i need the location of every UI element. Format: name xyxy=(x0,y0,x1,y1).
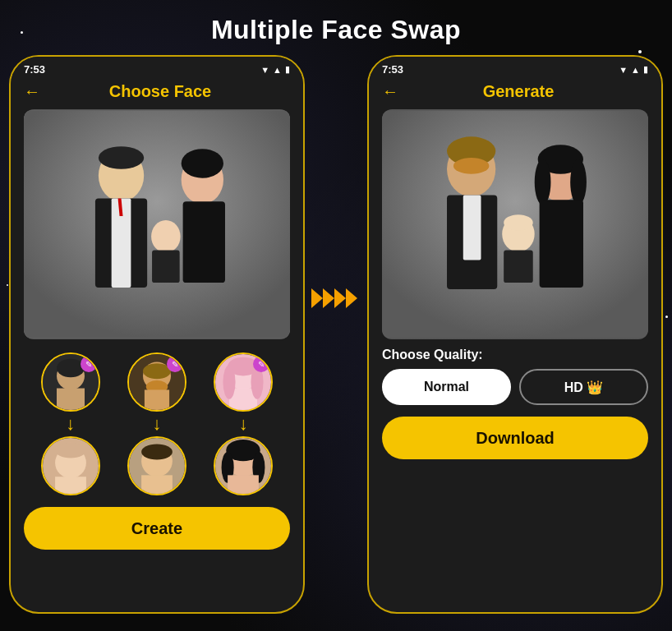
right-back-button[interactable]: ← xyxy=(382,82,398,101)
arrow-down-3: ↓ xyxy=(239,415,248,433)
right-wifi-icon: ▲ xyxy=(631,65,640,75)
svg-rect-28 xyxy=(141,475,173,494)
svg-point-18 xyxy=(55,443,86,458)
source-face-2[interactable]: ✎ xyxy=(127,352,186,412)
svg-point-10 xyxy=(99,146,144,169)
create-button[interactable]: Create xyxy=(24,507,290,550)
quality-normal-button[interactable]: Normal xyxy=(382,369,511,405)
right-status-bar: 7:53 ▼ ▲ ▮ xyxy=(369,57,661,79)
quality-section: Choose Quality: Normal HD 👑 xyxy=(369,339,661,410)
left-status-bar: 7:53 ▼ ▲ ▮ xyxy=(11,57,303,79)
edit-badge-1: ✎ xyxy=(81,356,97,372)
left-phone-header: ← Choose Face xyxy=(11,79,303,109)
quality-hd-label: HD 👑 xyxy=(564,380,604,395)
arrow-down-1: ↓ xyxy=(66,415,75,433)
left-back-button[interactable]: ← xyxy=(24,82,40,101)
svg-marker-43 xyxy=(334,288,346,308)
svg-point-33 xyxy=(223,365,236,399)
target-face-3[interactable] xyxy=(214,436,273,495)
svg-rect-55 xyxy=(540,200,583,288)
svg-rect-50 xyxy=(463,195,481,260)
right-signal-icon: ▼ xyxy=(619,65,628,75)
quality-hd-button[interactable]: HD 👑 xyxy=(519,369,648,405)
right-status-icons: ▼ ▲ ▮ xyxy=(619,64,648,75)
right-header-title: Generate xyxy=(405,82,648,101)
wifi-icon: ▲ xyxy=(273,65,282,75)
target-face-2[interactable] xyxy=(127,436,186,495)
left-header-title: Choose Face xyxy=(47,82,290,101)
download-button[interactable]: Download xyxy=(382,417,648,459)
left-status-icons: ▼ ▲ ▮ xyxy=(260,64,290,75)
svg-point-57 xyxy=(504,214,533,231)
svg-rect-8 xyxy=(152,251,180,283)
phones-container: 7:53 ▼ ▲ ▮ ← Choose Face xyxy=(0,55,672,614)
transition-arrows xyxy=(311,283,361,320)
left-main-photo xyxy=(24,109,290,339)
svg-point-54 xyxy=(570,159,587,205)
svg-point-48 xyxy=(453,158,489,174)
svg-point-53 xyxy=(535,159,551,205)
face-pairs-section: ✎ ↓ xyxy=(11,339,303,495)
quality-buttons: Normal HD 👑 xyxy=(382,369,648,405)
page-title: Multiple Face Swap xyxy=(0,0,672,55)
right-phone: 7:53 ▼ ▲ ▮ ← Generate xyxy=(367,55,663,614)
signal-icon: ▼ xyxy=(260,65,269,75)
face-pair-2: ✎ ↓ xyxy=(127,352,186,495)
arrow-down-2: ↓ xyxy=(152,415,161,433)
right-phone-header: ← Generate xyxy=(369,79,661,109)
svg-point-7 xyxy=(151,220,181,253)
source-face-3[interactable]: ✎ xyxy=(214,352,273,412)
face-pair-3: ✎ ↓ xyxy=(214,352,273,495)
quality-normal-label: Normal xyxy=(424,380,469,394)
left-phone: 7:53 ▼ ▲ ▮ ← Choose Face xyxy=(9,55,305,614)
svg-marker-41 xyxy=(311,288,323,308)
svg-rect-19 xyxy=(55,477,86,494)
right-battery-icon: ▮ xyxy=(643,64,648,75)
svg-point-11 xyxy=(182,149,223,178)
quality-label: Choose Quality: xyxy=(382,348,648,362)
svg-point-27 xyxy=(141,444,173,460)
right-status-time: 7:53 xyxy=(382,63,403,76)
target-face-1[interactable] xyxy=(41,436,100,495)
face-pair-1: ✎ ↓ xyxy=(41,352,100,495)
svg-rect-40 xyxy=(228,475,259,494)
edit-badge-2: ✎ xyxy=(167,356,183,372)
svg-rect-15 xyxy=(57,389,85,410)
right-main-photo xyxy=(382,109,648,339)
battery-icon: ▮ xyxy=(285,64,290,75)
svg-marker-42 xyxy=(323,288,334,308)
svg-rect-6 xyxy=(183,201,225,283)
svg-rect-24 xyxy=(145,389,169,410)
source-face-1[interactable]: ✎ xyxy=(41,352,100,412)
svg-marker-44 xyxy=(346,288,357,308)
svg-rect-58 xyxy=(504,251,533,283)
left-status-time: 7:53 xyxy=(24,63,45,76)
